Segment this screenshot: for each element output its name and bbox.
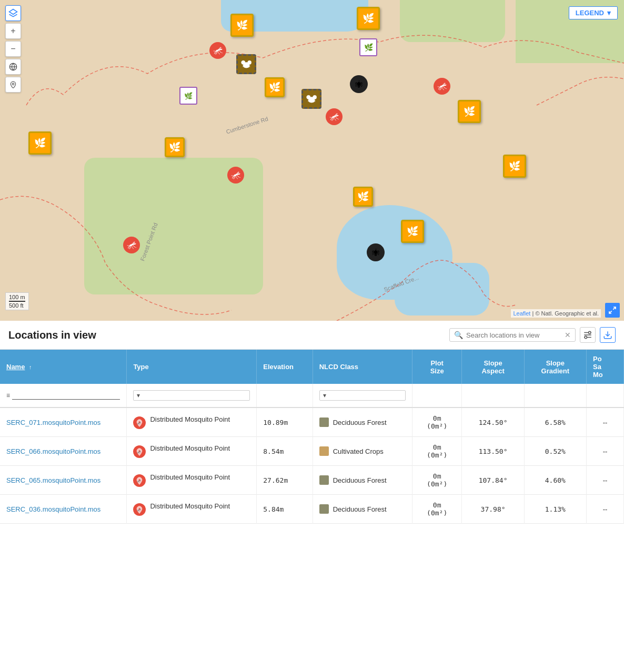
- type-text-3: Distributed Mosquito Point: [150, 502, 230, 510]
- nlcd-swatch-2: [319, 475, 329, 485]
- cell-po-0: --: [586, 408, 623, 437]
- cell-elevation-2: 27.62m: [257, 466, 313, 495]
- zoom-extent-button[interactable]: [605, 303, 620, 318]
- marker-orange-lg-1[interactable]: 🌿: [230, 14, 254, 37]
- row-name-link-0[interactable]: SERC_071.mosquitoPoint.mos: [6, 419, 100, 426]
- th-elevation: Elevation: [257, 350, 313, 384]
- marker-black-2[interactable]: 🕷: [367, 243, 385, 261]
- clear-search-button[interactable]: ✕: [565, 331, 571, 339]
- cell-slope-gradient-2: 4.60%: [524, 466, 586, 495]
- layers-button[interactable]: [5, 5, 21, 21]
- cell-slope-gradient-0: 6.58%: [524, 408, 586, 437]
- marker-red-3[interactable]: 🦟: [227, 167, 244, 184]
- cell-nlcd-1: Cultivated Crops: [313, 437, 412, 466]
- svg-point-10: [585, 336, 587, 339]
- nlcd-swatch-0: [319, 418, 329, 427]
- marker-red-4[interactable]: 🦟: [434, 78, 450, 95]
- filter-nlcd-cell: ▾: [313, 384, 412, 408]
- marker-orange-lg-3[interactable]: 🌿: [458, 100, 481, 123]
- nlcd-swatch-1: [319, 446, 329, 456]
- filter-nlcd-select[interactable]: ▾: [319, 390, 406, 401]
- legend-chevron-icon: ▾: [607, 9, 611, 17]
- cell-slope-aspect-1: 113.50°: [462, 437, 524, 466]
- filter-row-body: ≡ ▾ ▾: [0, 384, 624, 408]
- filter-slope-aspect-cell: [462, 384, 524, 408]
- marker-purple-2[interactable]: 🌿: [179, 87, 197, 105]
- row-name-link-1[interactable]: SERC_066.mosquitoPoint.mos: [6, 447, 100, 455]
- th-nlcd: NLCD Class: [313, 350, 412, 384]
- globe-button[interactable]: [5, 59, 21, 75]
- th-name[interactable]: Name ↑: [0, 350, 127, 384]
- leaflet-link[interactable]: Leaflet: [513, 310, 530, 317]
- download-button[interactable]: [600, 327, 616, 343]
- scale-bar: 100 m 500 ft: [5, 292, 29, 310]
- marker-red-2[interactable]: 🦟: [326, 108, 343, 125]
- row-name-link-2[interactable]: SERC_065.mosquitoPoint.mos: [6, 476, 100, 484]
- sort-arrow-name: ↑: [29, 364, 32, 370]
- column-config-button[interactable]: [580, 327, 596, 343]
- cell-plot-2: 0m(0m²): [412, 466, 462, 495]
- table-section: Locations in view 🔍 ✕: [0, 321, 624, 524]
- marker-orange-2[interactable]: 🌿: [165, 137, 185, 157]
- cell-nlcd-2: Deciduous Forest: [313, 466, 412, 495]
- marker-orange-lg-6[interactable]: 🌿: [503, 155, 526, 178]
- svg-marker-0: [9, 9, 17, 15]
- type-icon-3: 🦟: [133, 503, 146, 516]
- cell-plot-1: 0m(0m²): [412, 437, 462, 466]
- svg-point-3: [12, 83, 14, 85]
- zoom-in-button[interactable]: +: [5, 23, 21, 39]
- cell-slope-aspect-0: 124.50°: [462, 408, 524, 437]
- legend-button[interactable]: LEGEND ▾: [569, 6, 618, 19]
- nlcd-label-0: Deciduous Forest: [333, 419, 387, 426]
- type-icon-0: 🦟: [133, 416, 146, 429]
- sort-name[interactable]: Name: [6, 363, 25, 371]
- nlcd-label-2: Deciduous Forest: [333, 476, 387, 484]
- table-head: Name ↑ Type Elevation NLCD Class PlotSiz…: [0, 350, 624, 384]
- search-input[interactable]: [466, 331, 561, 339]
- table-wrapper: Name ↑ Type Elevation NLCD Class PlotSiz…: [0, 350, 624, 524]
- row-name-link-3[interactable]: SERC_036.mosquitoPoint.mos: [6, 505, 100, 513]
- search-box[interactable]: 🔍 ✕: [449, 328, 576, 342]
- svg-text:🦟: 🦟: [137, 450, 142, 454]
- nlcd-label-1: Cultivated Crops: [333, 447, 384, 455]
- cell-po-3: --: [586, 495, 623, 524]
- marker-orange-lg-4[interactable]: 🌿: [28, 131, 52, 155]
- map-controls: + −: [5, 5, 21, 93]
- marker-black-1[interactable]: 🕷: [350, 75, 368, 93]
- th-slope-aspect: SlopeAspect: [462, 350, 524, 384]
- location-button[interactable]: [5, 77, 21, 93]
- table-body: SERC_071.mosquitoPoint.mos 🦟 Distributed…: [0, 408, 624, 524]
- marker-brown-2[interactable]: 🐭: [301, 89, 321, 109]
- cell-slope-aspect-3: 37.98°: [462, 495, 524, 524]
- marker-orange-1[interactable]: 🌿: [265, 77, 285, 97]
- filter-elevation-cell: [257, 384, 313, 408]
- filter-type-chevron: ▾: [137, 392, 140, 399]
- filter-name-input[interactable]: [12, 392, 120, 400]
- zoom-out-button[interactable]: −: [5, 41, 21, 57]
- cell-type-3: 🦟 Distributed Mosquito Point: [127, 495, 257, 524]
- type-icon-1: 🦟: [133, 445, 146, 458]
- marker-orange-lg-2[interactable]: 🌿: [357, 7, 380, 30]
- nlcd-label-3: Deciduous Forest: [333, 505, 387, 513]
- cell-name-3: SERC_036.mosquitoPoint.mos: [0, 495, 127, 524]
- svg-point-9: [589, 331, 591, 334]
- marker-red-1[interactable]: 🦟: [209, 42, 226, 59]
- nlcd-swatch-3: [319, 504, 329, 514]
- type-icon-2: 🦟: [133, 474, 146, 487]
- cell-name-0: SERC_071.mosquitoPoint.mos: [0, 408, 127, 437]
- cell-slope-gradient-1: 0.52%: [524, 437, 586, 466]
- filter-type-select[interactable]: ▾: [133, 390, 250, 401]
- cell-elevation-1: 8.54m: [257, 437, 313, 466]
- marker-brown-1[interactable]: 🐭: [236, 54, 256, 74]
- data-table: Name ↑ Type Elevation NLCD Class PlotSiz…: [0, 350, 624, 524]
- table-title: Locations in view: [8, 329, 96, 341]
- cell-slope-aspect-2: 107.84°: [462, 466, 524, 495]
- marker-red-5[interactable]: 🦟: [123, 237, 140, 253]
- marker-orange-3[interactable]: 🌿: [353, 187, 373, 207]
- marker-purple-1[interactable]: 🌿: [359, 38, 377, 56]
- cell-slope-gradient-3: 1.13%: [524, 495, 586, 524]
- type-text-2: Distributed Mosquito Point: [150, 473, 230, 481]
- filter-name-cell: ≡: [0, 384, 127, 408]
- marker-orange-lg-5[interactable]: 🌿: [401, 220, 424, 243]
- filter-type-cell: ▾: [127, 384, 257, 408]
